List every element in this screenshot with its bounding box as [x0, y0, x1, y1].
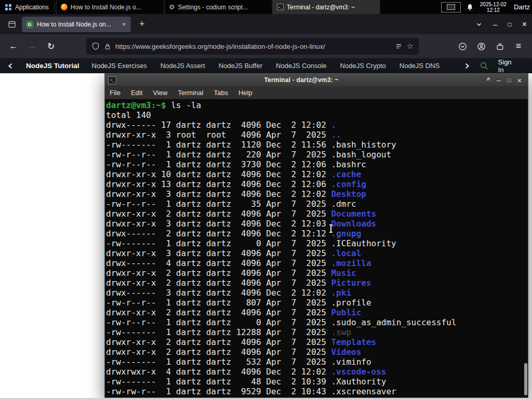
pocket-icon[interactable]	[454, 38, 471, 55]
terminal-output-line: drwxr-xr-x 2 dartz dartz 4096 Apr 7 2025…	[106, 347, 528, 357]
tab-close-icon[interactable]: ×	[121, 20, 127, 28]
site-nav-item[interactable]: NodeJS Buffer	[219, 62, 262, 70]
panel-clock[interactable]: 2025-12-02 12:12	[480, 2, 507, 13]
line-text: -rw-r--r-- 1 dartz dartz 35 Apr 7 2025	[106, 199, 331, 209]
tab-favicon-icon: G	[26, 21, 33, 28]
menu-icon[interactable]: ≡	[510, 38, 527, 55]
nav-scroll-left-icon[interactable]	[7, 62, 14, 70]
terminal-titlebar[interactable]: >_ Terminal - dartz@vm3: ~ ^ – □ ×	[105, 74, 528, 86]
file-name: Music	[331, 268, 356, 278]
browser-tab-bar: G How to Install Node.js on... × + – □ ×	[0, 14, 532, 34]
terminal-menu-view[interactable]: View	[148, 89, 172, 97]
back-button[interactable]: ←	[5, 38, 22, 55]
lock-icon[interactable]	[104, 43, 111, 50]
terminal-menu-help[interactable]: Help	[233, 89, 258, 97]
window-minimize-button[interactable]: –	[493, 20, 497, 29]
file-name: .viminfo	[331, 357, 371, 367]
line-text: drwxr-xr-x 2 dartz dartz 4096 Apr 7 2025	[106, 347, 331, 357]
applications-menu-icon	[5, 4, 12, 11]
terminal-output-line: -rw-r--r-- 1 dartz dartz 220 Apr 7 2025 …	[106, 150, 528, 159]
panel-separator	[55, 2, 55, 12]
terminal-output-line: -rw-r--r-- 1 dartz dartz 3730 Dec 2 12:0…	[106, 159, 528, 169]
clock-date: 2025-12-02	[480, 2, 507, 7]
nav-scroll-right-icon[interactable]	[464, 62, 470, 70]
bookmark-star-icon[interactable]: ☆	[407, 42, 414, 51]
taskbar-window-button[interactable]: >_Terminal - dartz@vm3: ~	[272, 0, 380, 14]
terminal-menu-file[interactable]: File	[105, 89, 126, 97]
line-text: drwx------ 17 dartz dartz 4096 Dec 2 12:…	[106, 120, 331, 130]
line-text: total 140	[106, 110, 151, 120]
file-name: .dmrc	[331, 199, 356, 209]
line-text: drwx------ 3 dartz dartz 4096 Dec 2 12:0…	[106, 288, 331, 298]
sign-in-button[interactable]: Sign In	[498, 58, 516, 74]
site-nav-item[interactable]: NodeJS Crypto	[340, 62, 386, 70]
terminal-maximize-button[interactable]: □	[504, 77, 514, 83]
site-nav-current[interactable]: NodeJS Tutorial	[26, 62, 79, 70]
reader-mode-icon[interactable]	[395, 43, 403, 50]
account-icon[interactable]	[473, 38, 489, 55]
forward-button[interactable]: →	[24, 38, 41, 55]
browser-tab[interactable]: G How to Install Node.js on... ×	[22, 17, 131, 32]
new-tab-button[interactable]: +	[137, 19, 147, 30]
line-text: drwxr-xr-x 10 dartz dartz 4096 Dec 2 12:…	[106, 169, 331, 179]
file-name: .config	[331, 179, 366, 189]
terminal-output-line: total 140	[106, 110, 528, 120]
search-icon[interactable]	[480, 61, 489, 71]
terminal-shade-button[interactable]: ^	[483, 76, 494, 84]
terminal-close-button[interactable]: ×	[514, 76, 525, 85]
terminal-output-line: drwxr-xr-x 3 dartz dartz 4096 Dec 2 12:0…	[106, 189, 528, 199]
terminal-output-line: drwx------ 3 dartz dartz 4096 Dec 2 12:0…	[106, 288, 528, 298]
list-tabs-icon[interactable]	[475, 21, 483, 28]
line-text: drwxr-xr-x 3 dartz dartz 4096 Dec 2 12:0…	[106, 219, 331, 229]
line-text: -rw-r--r-- 1 dartz dartz 220 Apr 7 2025	[106, 150, 331, 159]
applications-menu-button[interactable]: Applications	[0, 0, 54, 14]
terminal-menu-terminal[interactable]: Terminal	[172, 89, 208, 97]
file-name: .bash_history	[331, 140, 396, 150]
window-close-button[interactable]: ×	[522, 20, 527, 29]
file-name: .profile	[331, 298, 371, 308]
terminal-screen[interactable]: dartz@vm3:~$ ls -latotal 140drwx------ 1…	[105, 99, 528, 397]
site-nav-item[interactable]: NodeJS Exercises	[92, 62, 147, 70]
site-nav-item[interactable]: NodeJS DNS	[400, 62, 440, 70]
file-name: .mozilla	[331, 258, 371, 268]
taskbar-window-label: Settings - codium script...	[178, 4, 248, 11]
file-name: .bashrc	[331, 159, 366, 169]
line-text: -rw------- 1 dartz dartz 1120 Dec 2 11:5…	[106, 140, 331, 150]
taskbar-window-list: How to Install Node.js o...⚙Settings - c…	[56, 0, 380, 14]
tray-window-glyph	[447, 4, 455, 10]
line-text: drwxrwxr-x 4 dartz dartz 4096 Dec 2 12:0…	[106, 367, 331, 377]
terminal-output-line: -rw-r--r-- 1 dartz dartz 35 Apr 7 2025 .…	[106, 199, 528, 209]
notification-bell-icon[interactable]	[466, 3, 474, 11]
taskbar-window-button[interactable]: ⚙Settings - codium script...	[164, 0, 272, 14]
terminal-menu-tabs[interactable]: Tabs	[208, 89, 233, 97]
site-nav-item[interactable]: NodeJS Console	[276, 62, 327, 70]
reload-button[interactable]: ↻	[43, 38, 59, 55]
file-name: .cache	[331, 169, 361, 179]
terminal-scrollbar[interactable]	[523, 99, 528, 397]
site-nav-items: NodeJS ExercisesNodeJS AssertNodeJS Buff…	[92, 62, 451, 70]
file-name: Templates	[331, 337, 376, 347]
tray-terminal-icon[interactable]	[441, 2, 461, 12]
file-name: Documents	[331, 209, 376, 219]
terminal-output-line: drwx------ 2 dartz dartz 4096 Dec 2 12:1…	[106, 229, 528, 238]
firefox-view-icon[interactable]	[7, 20, 17, 29]
line-text: drwxr-xr-x 3 dartz dartz 4096 Dec 2 12:0…	[106, 189, 331, 199]
terminal-menu-edit[interactable]: Edit	[126, 89, 148, 97]
terminal-minimize-button[interactable]: –	[494, 76, 504, 84]
terminal-prompt-line: dartz@vm3:~$ ls -la	[106, 100, 528, 110]
extensions-icon[interactable]	[491, 38, 508, 55]
terminal-title: Terminal - dartz@vm3: ~	[119, 76, 483, 84]
shield-icon[interactable]	[91, 42, 100, 50]
window-maximize-button[interactable]: □	[508, 21, 511, 28]
terminal-output-line: drwx------ 4 dartz dartz 4096 Apr 7 2025…	[106, 258, 528, 268]
url-bar[interactable]: https://www.geeksforgeeks.org/node-js/in…	[86, 38, 419, 55]
line-text: -rw------- 1 dartz dartz 12288 Apr 7 202…	[106, 327, 331, 337]
line-text: drwxr-xr-x 2 dartz dartz 4096 Apr 7 2025	[106, 337, 331, 347]
top-panel: Applications How to Install Node.js o...…	[0, 0, 532, 14]
site-nav-item[interactable]: NodeJS Assert	[161, 62, 205, 70]
file-name: Videos	[331, 347, 361, 357]
terminal-output-line: -rw------- 1 dartz dartz 1120 Dec 2 11:5…	[106, 140, 528, 150]
scrollbar-handle[interactable]	[524, 363, 527, 395]
file-name: .ICEauthority	[331, 238, 396, 248]
taskbar-window-button[interactable]: How to Install Node.js o...	[56, 0, 164, 14]
